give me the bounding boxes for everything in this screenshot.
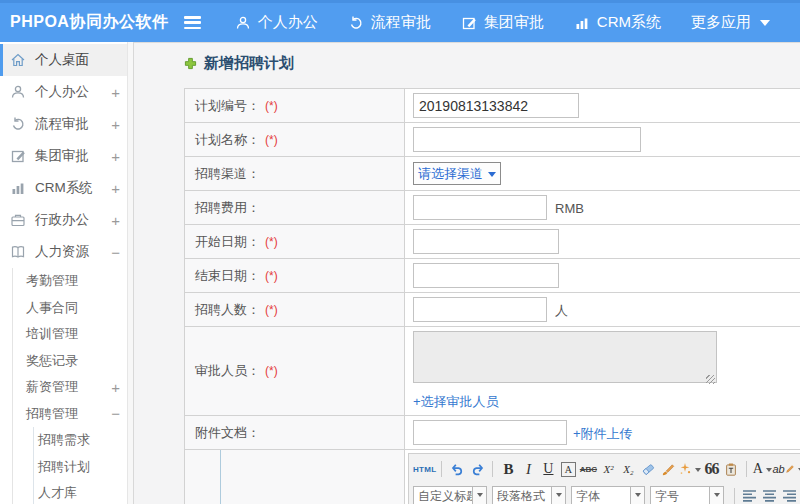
magic-wand-icon bbox=[678, 462, 692, 476]
nav-label: 集团审批 bbox=[484, 13, 544, 32]
sidebar-scrollbar[interactable] bbox=[127, 42, 133, 504]
channel-select[interactable]: 请选择渠道 bbox=[413, 162, 501, 185]
undo-button[interactable] bbox=[447, 459, 467, 479]
paragraph-format-combo[interactable]: 段落格式 bbox=[492, 486, 566, 504]
redo-button[interactable] bbox=[467, 459, 487, 479]
attachment-upload-link[interactable]: +附件上传 bbox=[573, 426, 633, 441]
expand-icon[interactable]: + bbox=[111, 148, 120, 165]
editor-guide-line bbox=[220, 450, 221, 504]
combo-arrow[interactable] bbox=[710, 486, 724, 504]
font-color-button[interactable]: A bbox=[752, 459, 772, 479]
edit-icon bbox=[461, 15, 477, 31]
toolbar-separator bbox=[441, 461, 442, 477]
sidebar-item-attendance-mgmt[interactable]: 考勤管理 bbox=[13, 268, 133, 295]
sidebar-item-personal-office[interactable]: 个人办公 + bbox=[0, 76, 133, 108]
add-plus-icon bbox=[184, 57, 197, 70]
combo-arrow[interactable] bbox=[631, 486, 645, 504]
nav-more-apps[interactable]: 更多应用 bbox=[691, 13, 770, 32]
nav-workflow-approval[interactable]: 流程审批 bbox=[348, 13, 431, 32]
blockquote-button[interactable]: 66 bbox=[701, 459, 721, 479]
sidebar-item-human-resources[interactable]: 人力资源 − bbox=[0, 236, 133, 268]
sidebar-item-workflow-approval[interactable]: 流程审批 + bbox=[0, 108, 133, 140]
required-mark: (*) bbox=[265, 235, 278, 249]
autolabel-button[interactable]: A bbox=[561, 462, 576, 477]
italic-button[interactable]: I bbox=[518, 459, 538, 479]
plan-name-input[interactable] bbox=[413, 127, 641, 152]
editor-toolbar-row-1: HTML B I U A bbox=[413, 457, 800, 481]
bold-button[interactable]: B bbox=[498, 459, 518, 479]
sidebar-item-group-approval[interactable]: 集团审批 + bbox=[0, 140, 133, 172]
remove-format-button[interactable] bbox=[638, 459, 658, 479]
sidebar-item-hr-contract[interactable]: 人事合同 bbox=[13, 295, 133, 322]
auto-typeset-button[interactable] bbox=[678, 459, 701, 479]
subscript-button[interactable]: X₂ bbox=[618, 459, 638, 479]
format-match-button[interactable] bbox=[658, 459, 678, 479]
resize-grip-icon[interactable] bbox=[706, 375, 715, 384]
eraser-icon bbox=[641, 462, 656, 477]
expand-icon[interactable]: + bbox=[111, 116, 120, 133]
source-button[interactable]: HTML bbox=[413, 459, 436, 479]
align-right-icon bbox=[783, 490, 797, 502]
highlight-color-button[interactable]: ab bbox=[772, 459, 800, 479]
custom-heading-combo[interactable]: 自定义标题 bbox=[413, 486, 487, 504]
required-mark: (*) bbox=[265, 303, 278, 317]
expand-icon[interactable]: + bbox=[111, 84, 120, 101]
superscript-button[interactable]: X² bbox=[598, 459, 618, 479]
sidebar-item-reward-punishment[interactable]: 奖惩记录 bbox=[13, 348, 133, 375]
approver-textarea[interactable] bbox=[413, 331, 717, 383]
headcount-input[interactable] bbox=[413, 297, 547, 322]
align-left-button[interactable] bbox=[740, 486, 760, 504]
fee-input[interactable] bbox=[413, 195, 547, 220]
nav-label: 更多应用 bbox=[691, 13, 751, 32]
sidebar-item-recruit-mgmt[interactable]: 招聘管理 − bbox=[13, 401, 133, 428]
start-date-input[interactable] bbox=[413, 229, 559, 254]
combo-value: 字体 bbox=[571, 486, 631, 504]
sidebar-item-recruit-plan[interactable]: 招聘计划 bbox=[34, 454, 133, 481]
plan-no-input[interactable] bbox=[413, 93, 579, 118]
font-size-combo[interactable]: 字号 bbox=[650, 486, 724, 504]
sidebar-item-training-mgmt[interactable]: 培训管理 bbox=[13, 321, 133, 348]
combo-arrow[interactable] bbox=[552, 486, 566, 504]
select-approver-link[interactable]: +选择审批人员 bbox=[413, 393, 800, 411]
toolbar-separator bbox=[492, 461, 493, 477]
nav-crm-system[interactable]: CRM系统 bbox=[574, 13, 661, 32]
sidebar-item-admin-office[interactable]: 行政办公 + bbox=[0, 204, 133, 236]
expand-icon[interactable]: + bbox=[111, 180, 120, 197]
sidebar-item-label: 招聘需求 bbox=[38, 431, 90, 449]
caret-down-icon bbox=[556, 493, 562, 500]
align-right-button[interactable] bbox=[780, 486, 800, 504]
font-family-combo[interactable]: 字体 bbox=[571, 486, 645, 504]
collapse-icon[interactable]: − bbox=[111, 405, 120, 422]
combo-arrow[interactable] bbox=[473, 486, 487, 504]
toolbar-separator bbox=[734, 488, 735, 504]
attachment-input[interactable] bbox=[413, 420, 567, 445]
menu-icon[interactable] bbox=[184, 16, 201, 29]
expand-icon[interactable]: + bbox=[111, 379, 120, 396]
sidebar-item-salary-mgmt[interactable]: 薪资管理 + bbox=[13, 374, 133, 401]
sidebar-item-label: 奖惩记录 bbox=[26, 352, 78, 370]
brush-icon bbox=[661, 462, 676, 477]
font-color-glyph: A bbox=[753, 461, 763, 477]
end-date-input[interactable] bbox=[413, 263, 559, 288]
nav-personal-office[interactable]: 个人办公 bbox=[235, 13, 318, 32]
paste-text-button[interactable] bbox=[721, 459, 741, 479]
sidebar-item-personal-desktop[interactable]: 个人桌面 bbox=[0, 44, 133, 76]
caret-down-icon bbox=[766, 468, 772, 475]
sidebar-item-recruit-demand[interactable]: 招聘需求 bbox=[34, 427, 133, 454]
sidebar-item-label: 人力资源 bbox=[35, 243, 89, 261]
sidebar-item-label: CRM系统 bbox=[35, 179, 93, 197]
sidebar-item-label: 招聘管理 bbox=[26, 405, 78, 423]
strikethrough-button[interactable]: ABC bbox=[578, 459, 598, 479]
nav-group-approval[interactable]: 集团审批 bbox=[461, 13, 544, 32]
sidebar-item-talent-pool[interactable]: 人才库 bbox=[34, 480, 133, 504]
align-center-button[interactable] bbox=[760, 486, 780, 504]
rich-text-editor: HTML B I U A bbox=[408, 453, 800, 504]
expand-icon[interactable]: + bbox=[111, 212, 120, 229]
form-row-attachment: 附件文档： +附件上传 bbox=[185, 416, 800, 450]
book-icon bbox=[10, 244, 26, 260]
main-content: 新增招聘计划 计划编号：(*) 计划名称：(*) 招聘渠道： bbox=[134, 42, 800, 504]
sidebar-item-crm-system[interactable]: CRM系统 + bbox=[0, 172, 133, 204]
briefcase-icon bbox=[10, 212, 26, 228]
collapse-icon[interactable]: − bbox=[111, 244, 120, 261]
underline-button[interactable]: U bbox=[538, 459, 558, 479]
